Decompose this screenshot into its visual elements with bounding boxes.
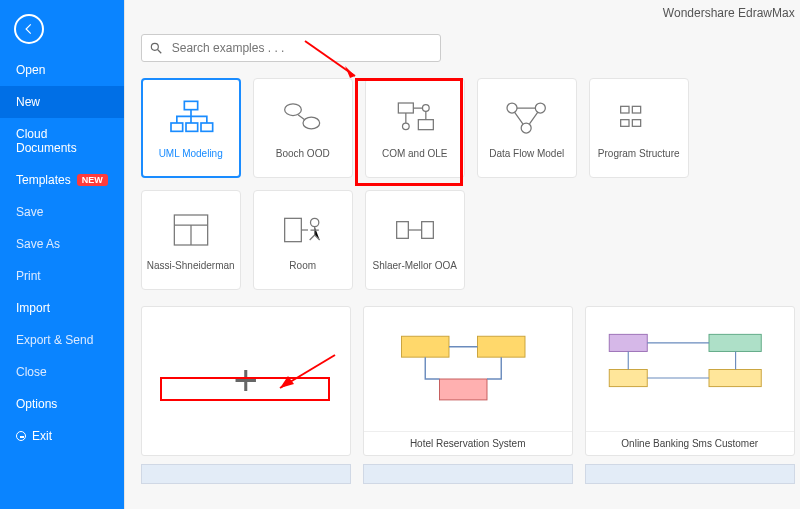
svg-point-38 bbox=[303, 117, 320, 129]
sidebar-item-export-send[interactable]: Export & Send bbox=[0, 324, 124, 356]
template-thumb-icon bbox=[614, 98, 664, 138]
svg-point-52 bbox=[310, 218, 318, 226]
template-grid: UML ModelingBooch OODCOM and OLEData Flo… bbox=[125, 74, 800, 294]
sidebar-item-label: Import bbox=[16, 301, 50, 315]
svg-rect-34 bbox=[171, 123, 183, 131]
svg-point-45 bbox=[521, 123, 531, 133]
sidebar-item-label: Close bbox=[16, 365, 47, 379]
svg-point-43 bbox=[507, 103, 517, 113]
examples-row-2 bbox=[125, 456, 800, 484]
svg-point-41 bbox=[402, 123, 409, 130]
tile-label: Booch OOD bbox=[276, 148, 330, 159]
template-tile-data-flow-model[interactable]: Data Flow Model bbox=[477, 78, 577, 178]
svg-point-42 bbox=[422, 104, 429, 111]
template-tile-shlaer-mellor-ooa[interactable]: Shlaer-Mellor OOA bbox=[365, 190, 465, 290]
new-badge: NEW bbox=[77, 174, 108, 186]
example-preview bbox=[364, 307, 572, 431]
tile-label: Program Structure bbox=[598, 148, 680, 159]
template-thumb-icon bbox=[390, 210, 440, 250]
example-preview: + bbox=[142, 307, 350, 455]
template-tile-room[interactable]: Room bbox=[253, 190, 353, 290]
tile-thumb bbox=[166, 98, 216, 138]
new-blank-example[interactable]: + bbox=[141, 306, 351, 456]
template-tile-com-and-ole[interactable]: COM and OLE bbox=[365, 78, 465, 178]
template-tile-uml-modeling[interactable]: UML Modeling bbox=[141, 78, 241, 178]
svg-line-32 bbox=[157, 50, 161, 54]
sidebar-item-open[interactable]: Open bbox=[0, 54, 124, 86]
svg-rect-56 bbox=[477, 336, 525, 357]
svg-rect-53 bbox=[396, 221, 408, 238]
content-area: Wondershare EdrawMax UML ModelingBooch O… bbox=[125, 0, 800, 509]
example-card[interactable]: Hotel Reservation System bbox=[363, 306, 573, 456]
svg-rect-61 bbox=[709, 369, 761, 386]
sidebar-item-exit[interactable]: Exit bbox=[0, 420, 124, 452]
tile-thumb bbox=[390, 210, 440, 250]
example-caption: Hotel Reservation System bbox=[364, 431, 572, 455]
example-card[interactable] bbox=[585, 464, 795, 484]
template-tile-booch-ood[interactable]: Booch OOD bbox=[253, 78, 353, 178]
sidebar-item-label: Export & Send bbox=[16, 333, 93, 347]
sidebar-item-label: New bbox=[16, 95, 40, 109]
svg-rect-47 bbox=[632, 106, 640, 113]
template-thumb-icon bbox=[166, 210, 216, 250]
bullet-icon bbox=[16, 431, 26, 441]
sidebar-item-options[interactable]: Options bbox=[0, 388, 124, 420]
example-card[interactable] bbox=[141, 464, 351, 484]
svg-rect-49 bbox=[632, 119, 640, 126]
template-thumb-icon bbox=[278, 210, 328, 250]
sidebar-item-save[interactable]: Save bbox=[0, 196, 124, 228]
svg-point-44 bbox=[535, 103, 545, 113]
sidebar-item-label: Save bbox=[16, 205, 43, 219]
template-tile-nassi-shneiderman[interactable]: Nassi-Shneiderman bbox=[141, 190, 241, 290]
sidebar-item-import[interactable]: Import bbox=[0, 292, 124, 324]
sidebar-item-new[interactable]: New bbox=[0, 86, 124, 118]
diagram-preview-icon bbox=[373, 317, 563, 422]
tile-label: Nassi-Shneiderman bbox=[147, 260, 235, 271]
back-button[interactable] bbox=[14, 14, 44, 44]
example-card[interactable]: Online Banking Sms Customer bbox=[585, 306, 795, 456]
sidebar-item-cloud-documents[interactable]: Cloud Documents bbox=[0, 118, 124, 164]
sidebar-item-label: Options bbox=[16, 397, 57, 411]
sidebar-item-print[interactable]: Print bbox=[0, 260, 124, 292]
svg-rect-48 bbox=[620, 119, 628, 126]
tile-label: Data Flow Model bbox=[489, 148, 564, 159]
arrow-left-icon bbox=[22, 22, 36, 36]
svg-rect-57 bbox=[439, 379, 487, 400]
svg-rect-39 bbox=[398, 103, 413, 113]
examples-row: +Hotel Reservation SystemOnline Banking … bbox=[125, 294, 800, 456]
sidebar-item-templates[interactable]: TemplatesNEW bbox=[0, 164, 124, 196]
sidebar-item-close[interactable]: Close bbox=[0, 356, 124, 388]
svg-rect-54 bbox=[421, 221, 433, 238]
sidebar-item-label: Cloud Documents bbox=[16, 127, 108, 155]
tile-thumb bbox=[278, 98, 328, 138]
tile-label: Shlaer-Mellor OOA bbox=[372, 260, 456, 271]
svg-point-37 bbox=[284, 103, 301, 115]
template-thumb-icon bbox=[502, 98, 552, 138]
tile-label: UML Modeling bbox=[159, 148, 223, 159]
example-caption: Online Banking Sms Customer bbox=[586, 431, 794, 455]
svg-rect-40 bbox=[418, 119, 433, 129]
svg-rect-51 bbox=[284, 218, 301, 241]
tile-thumb bbox=[502, 98, 552, 138]
sidebar-item-label: Open bbox=[16, 63, 45, 77]
svg-rect-33 bbox=[184, 101, 197, 109]
plus-icon: + bbox=[233, 357, 258, 405]
svg-rect-58 bbox=[609, 334, 647, 351]
sidebar-item-label: Save As bbox=[16, 237, 60, 251]
template-tile-program-structure[interactable]: Program Structure bbox=[589, 78, 689, 178]
app-root: OpenNewCloud DocumentsTemplatesNEWSaveSa… bbox=[0, 0, 800, 509]
sidebar-item-label: Exit bbox=[32, 429, 52, 443]
tile-thumb bbox=[614, 98, 664, 138]
tile-thumb bbox=[278, 210, 328, 250]
svg-rect-55 bbox=[401, 336, 449, 357]
svg-rect-35 bbox=[186, 123, 198, 131]
template-thumb-icon bbox=[390, 98, 440, 138]
example-card[interactable] bbox=[363, 464, 573, 484]
svg-rect-36 bbox=[201, 123, 213, 131]
search-input[interactable] bbox=[141, 34, 441, 62]
brand-label: Wondershare EdrawMax bbox=[663, 6, 795, 20]
file-sidebar: OpenNewCloud DocumentsTemplatesNEWSaveSa… bbox=[0, 0, 124, 509]
tile-label: Room bbox=[289, 260, 316, 271]
sidebar-item-save-as[interactable]: Save As bbox=[0, 228, 124, 260]
sidebar-item-label: Print bbox=[16, 269, 41, 283]
